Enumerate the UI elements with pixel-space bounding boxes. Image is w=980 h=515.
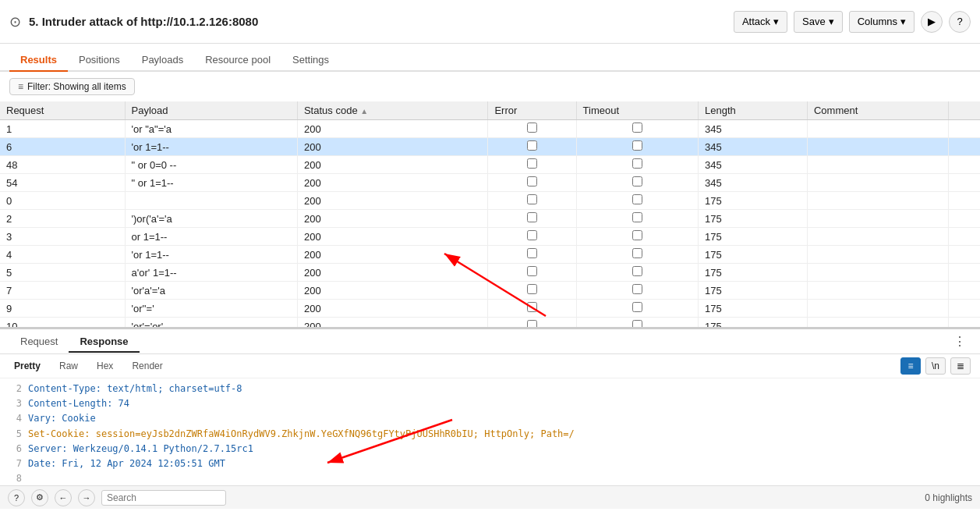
cell-status: 200 [297, 174, 487, 192]
help-button[interactable]: ? [949, 11, 971, 33]
cell-request: 48 [0, 156, 125, 174]
table-row[interactable]: 6 'or 1=1-- 200 345 [0, 138, 980, 156]
tab-settings[interactable]: Settings [281, 49, 340, 72]
cell-length: 345 [699, 156, 808, 174]
cell-timeout[interactable] [576, 246, 698, 264]
view-tabs: Pretty Raw Hex Render ≡ \n ≣ [0, 354, 980, 378]
status-bar: ? ⚙ ← → 0 highlights [0, 485, 980, 509]
col-status[interactable]: Status code ▲ [297, 101, 487, 120]
col-error[interactable]: Error [488, 101, 576, 120]
cell-timeout[interactable] [576, 192, 698, 210]
cell-timeout[interactable] [576, 138, 698, 156]
cell-timeout[interactable] [576, 300, 698, 318]
cell-comment [807, 192, 948, 210]
cell-error[interactable] [488, 300, 576, 318]
view-tab-hex[interactable]: Hex [92, 359, 118, 373]
tab-positions[interactable]: Positions [68, 49, 131, 72]
cell-timeout[interactable] [576, 282, 698, 300]
table-row[interactable]: 2 ')or('a'='a 200 175 [0, 210, 980, 228]
filter-icon: ≡ [18, 81, 23, 92]
view-icon-expand[interactable]: ≣ [950, 357, 971, 375]
col-length[interactable]: Length [699, 101, 808, 120]
cell-payload [125, 192, 297, 210]
tab-results[interactable]: Results [9, 49, 68, 72]
cell-payload: 'or''=' [125, 300, 297, 318]
response-line: 2Content-Type: text/html; charset=utf-8 [9, 382, 971, 396]
table-row[interactable]: 5 a'or' 1=1-- 200 175 [0, 264, 980, 282]
cell-error[interactable] [488, 210, 576, 228]
attack-button[interactable]: Attack ▾ [734, 11, 787, 33]
cell-length: 175 [699, 264, 808, 282]
cell-extra [948, 300, 980, 318]
table-row[interactable]: 54 " or 1=1-- 200 345 [0, 174, 980, 192]
view-tab-raw[interactable]: Raw [55, 359, 83, 373]
col-timeout[interactable]: Timeout [576, 101, 698, 120]
view-tab-pretty[interactable]: Pretty [9, 359, 45, 373]
sort-icon: ▲ [360, 107, 368, 115]
play-button[interactable]: ▶ [921, 11, 943, 33]
view-tabs-left: Pretty Raw Hex Render [9, 359, 168, 373]
settings-icon[interactable]: ⚙ [31, 489, 48, 506]
response-content[interactable]: 2Content-Type: text/html; charset=utf-83… [0, 378, 980, 485]
table-wrapper: Request Payload Status code ▲ Error Time… [0, 101, 980, 328]
cell-error[interactable] [488, 156, 576, 174]
results-table-container[interactable]: Request Payload Status code ▲ Error Time… [0, 101, 980, 328]
table-row[interactable]: 48 " or 0=0 -- 200 345 [0, 156, 980, 174]
cell-timeout[interactable] [576, 264, 698, 282]
tab-resource-pool[interactable]: Resource pool [194, 49, 281, 72]
cell-length: 175 [699, 228, 808, 246]
cell-status: 200 [297, 156, 487, 174]
cell-timeout[interactable] [576, 156, 698, 174]
cell-error[interactable] [488, 120, 576, 138]
cell-timeout[interactable] [576, 174, 698, 192]
cell-timeout[interactable] [576, 120, 698, 138]
table-row[interactable]: 4 'or 1=1-- 200 175 [0, 246, 980, 264]
highlights-text: 0 highlights [925, 492, 972, 503]
columns-button[interactable]: Columns ▾ [849, 11, 915, 33]
cell-error[interactable] [488, 228, 576, 246]
table-row[interactable]: 7 'or'a'='a 200 175 [0, 282, 980, 300]
help-icon-small[interactable]: ? [8, 489, 25, 506]
col-payload[interactable]: Payload [125, 101, 297, 120]
table-row[interactable]: 10 'or'='or' 200 175 [0, 318, 980, 329]
cell-error[interactable] [488, 138, 576, 156]
cell-error[interactable] [488, 264, 576, 282]
cell-error[interactable] [488, 282, 576, 300]
table-row[interactable]: 9 'or''=' 200 175 [0, 300, 980, 318]
table-row[interactable]: 0 200 175 [0, 192, 980, 210]
view-icon-wrap[interactable]: \n [925, 357, 946, 375]
col-comment[interactable]: Comment [807, 101, 948, 120]
table-row[interactable]: 3 or 1=1-- 200 175 [0, 228, 980, 246]
cell-extra [948, 318, 980, 329]
cell-request: 0 [0, 192, 125, 210]
status-bar-right: 0 highlights [925, 492, 972, 503]
table-row[interactable]: 1 'or "a"='a 200 345 [0, 120, 980, 138]
tab-response[interactable]: Response [69, 332, 139, 353]
back-icon[interactable]: ← [55, 489, 72, 506]
col-request[interactable]: Request [0, 101, 125, 120]
cell-timeout[interactable] [576, 210, 698, 228]
cell-length: 175 [699, 210, 808, 228]
search-input[interactable] [101, 490, 226, 506]
response-line: 3Content-Length: 74 [9, 396, 971, 411]
cell-length: 175 [699, 282, 808, 300]
cell-error[interactable] [488, 246, 576, 264]
cell-error[interactable] [488, 174, 576, 192]
view-icon-text[interactable]: ≡ [900, 357, 921, 375]
filter-badge[interactable]: ≡ Filter: Showing all items [9, 78, 135, 95]
cell-timeout[interactable] [576, 228, 698, 246]
view-tab-render[interactable]: Render [127, 359, 167, 373]
cell-error[interactable] [488, 318, 576, 329]
tab-request[interactable]: Request [9, 332, 69, 353]
save-button[interactable]: Save ▾ [794, 11, 843, 33]
cell-request: 54 [0, 174, 125, 192]
tab-payloads[interactable]: Payloads [131, 49, 194, 72]
cell-comment [807, 300, 948, 318]
more-options-icon[interactable]: ⋮ [949, 334, 971, 349]
cell-error[interactable] [488, 192, 576, 210]
cell-comment [807, 138, 948, 156]
cell-timeout[interactable] [576, 318, 698, 329]
cell-request: 6 [0, 138, 125, 156]
cell-comment [807, 228, 948, 246]
forward-icon[interactable]: → [78, 489, 95, 506]
